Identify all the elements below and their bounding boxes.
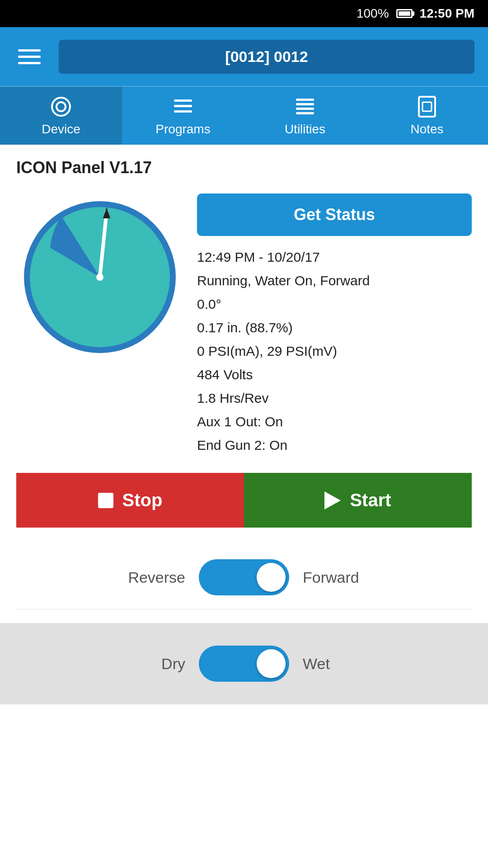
svg-rect-2: [174, 99, 192, 102]
status-speed: 1.8 Hrs/Rev: [197, 389, 472, 408]
status-timestamp: 12:49 PM - 10/20/17: [197, 248, 472, 267]
stop-button[interactable]: Stop: [16, 473, 244, 528]
wet-dry-toggle-row: Dry Wet: [16, 637, 472, 691]
svg-rect-5: [296, 99, 314, 101]
svg-rect-8: [296, 112, 314, 114]
notes-icon: [415, 95, 439, 118]
reverse-label: Reverse: [113, 569, 185, 586]
svg-point-15: [96, 274, 103, 281]
tab-programs[interactable]: Programs: [122, 87, 244, 145]
gauge-container: [16, 193, 183, 361]
stop-icon: [98, 493, 113, 508]
status-state: Running, Water On, Forward: [197, 271, 472, 290]
hamburger-line-2: [18, 56, 41, 58]
direction-toggle-knob: [257, 563, 286, 592]
tab-device[interactable]: Device: [0, 87, 122, 145]
status-angle: 0.0°: [197, 295, 472, 314]
hamburger-menu-button[interactable]: [14, 45, 45, 69]
direction-toggle[interactable]: [199, 559, 289, 595]
forward-label: Forward: [303, 569, 375, 586]
battery-icon: [396, 9, 413, 18]
action-buttons: Stop Start: [16, 473, 472, 528]
main-content: ICON Panel V1.17 Get Sta: [0, 145, 488, 623]
svg-rect-1: [56, 102, 66, 111]
dry-label: Dry: [113, 655, 185, 673]
status-water: 0.17 in. (88.7%): [197, 318, 472, 337]
status-pressure: 0 PSI(mA), 29 PSI(mV): [197, 342, 472, 361]
status-info: 12:49 PM - 10/20/17 Running, Water On, F…: [197, 248, 472, 455]
utilities-icon: [293, 95, 317, 118]
gauge-svg: [16, 193, 183, 361]
status-bar: 100% 12:50 PM: [0, 0, 488, 27]
tab-bar: Device Programs Utilities: [0, 86, 488, 145]
page-title: ICON Panel V1.17: [16, 158, 472, 177]
wet-dry-toggle[interactable]: [199, 646, 289, 682]
tab-notes[interactable]: Notes: [366, 87, 488, 145]
tab-utilities-label: Utilities: [285, 122, 325, 137]
hamburger-line-1: [18, 49, 41, 52]
start-label: Start: [350, 490, 391, 510]
start-button[interactable]: Start: [244, 473, 472, 528]
bottom-section: Dry Wet: [0, 623, 488, 704]
status-endgun: End Gun 2: On: [197, 436, 472, 455]
device-selector-button[interactable]: [0012] 0012: [59, 40, 474, 74]
device-icon: [49, 95, 73, 118]
stop-label: Stop: [122, 490, 163, 510]
start-icon: [324, 491, 341, 509]
svg-rect-6: [296, 103, 314, 105]
svg-rect-10: [422, 102, 432, 111]
tab-notes-label: Notes: [410, 122, 443, 137]
svg-rect-4: [174, 110, 192, 113]
app-header: [0012] 0012: [0, 27, 488, 86]
status-panel: Get Status 12:49 PM - 10/20/17 Running, …: [197, 193, 472, 455]
get-status-button[interactable]: Get Status: [197, 193, 472, 236]
device-panel: Get Status 12:49 PM - 10/20/17 Running, …: [16, 193, 472, 455]
wet-dry-toggle-knob: [257, 649, 286, 678]
tab-device-label: Device: [42, 122, 80, 137]
tab-programs-label: Programs: [155, 122, 210, 137]
svg-rect-0: [52, 98, 70, 116]
status-voltage: 484 Volts: [197, 365, 472, 384]
svg-rect-7: [296, 108, 314, 110]
hamburger-line-3: [18, 62, 41, 64]
clock: 12:50 PM: [420, 6, 474, 21]
programs-icon: [171, 95, 195, 118]
battery-percent: 100%: [357, 6, 389, 21]
direction-toggle-row: Reverse Forward: [16, 546, 472, 609]
tab-utilities[interactable]: Utilities: [244, 87, 366, 145]
svg-rect-3: [174, 105, 192, 107]
wet-label: Wet: [303, 655, 375, 673]
status-aux1: Aux 1 Out: On: [197, 412, 472, 431]
svg-rect-9: [419, 97, 435, 117]
